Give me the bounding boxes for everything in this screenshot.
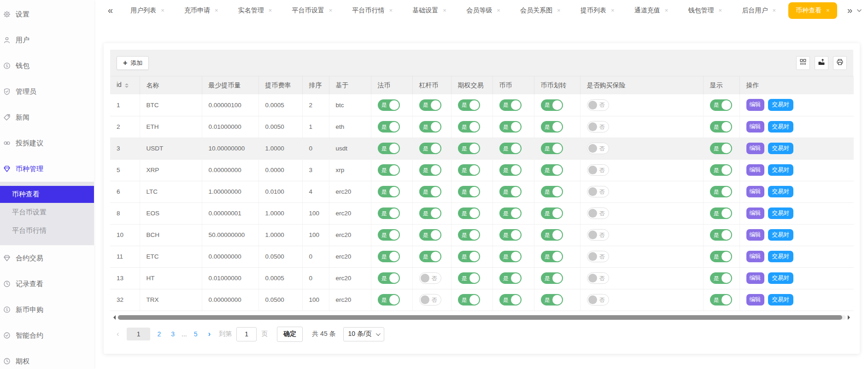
toggle-visible-on[interactable]: 是 — [710, 208, 732, 219]
toggle-option_trade-on[interactable]: 是 — [458, 143, 480, 154]
sidebar-item-合约交易[interactable]: 合约交易 — [0, 245, 94, 271]
toggle-transfer-on[interactable]: 是 — [541, 143, 563, 154]
toggle-leverage-on[interactable]: 是 — [419, 143, 441, 154]
edit-button[interactable]: 编辑 — [746, 294, 764, 306]
tab-后台用户[interactable]: 后台用户× — [734, 2, 783, 19]
toggle-spot-on[interactable]: 是 — [499, 208, 522, 219]
toggle-insurance-off[interactable]: 否 — [587, 121, 609, 133]
toggle-insurance-off[interactable]: 否 — [587, 208, 609, 219]
tab-close-icon[interactable]: × — [772, 7, 776, 13]
edit-button[interactable]: 编辑 — [746, 208, 764, 219]
tab-用户列表[interactable]: 用户列表× — [123, 2, 172, 19]
tab-提币列表[interactable]: 提币列表× — [573, 2, 622, 19]
toggle-fiat-on[interactable]: 是 — [378, 272, 400, 284]
edit-button[interactable]: 编辑 — [746, 251, 764, 263]
toggle-spot-on[interactable]: 是 — [499, 272, 522, 284]
toggle-visible-on[interactable]: 是 — [710, 294, 732, 306]
toggle-option_trade-on[interactable]: 是 — [458, 229, 480, 241]
page-next-icon[interactable]: › — [203, 329, 217, 339]
column-header-leverage[interactable]: 杠杆币 — [412, 76, 451, 94]
toggle-visible-on[interactable]: 是 — [710, 251, 732, 262]
sidebar-item-用户[interactable]: 用户 — [0, 27, 94, 53]
toggle-leverage-off[interactable]: 否 — [419, 272, 441, 284]
toggle-insurance-off[interactable]: 否 — [587, 251, 609, 262]
edit-button[interactable]: 编辑 — [746, 186, 764, 198]
sidebar-item-管理员[interactable]: 管理员 — [0, 79, 94, 104]
toggle-fiat-on[interactable]: 是 — [378, 99, 400, 111]
toggle-option_trade-on[interactable]: 是 — [458, 99, 480, 111]
tab-会员等级[interactable]: 会员等级× — [459, 2, 508, 19]
toggle-spot-on[interactable]: 是 — [499, 229, 522, 241]
toggle-leverage-on[interactable]: 是 — [419, 208, 441, 219]
trade-pair-button[interactable]: 交易对 — [768, 208, 794, 219]
toggle-spot-on[interactable]: 是 — [499, 294, 522, 306]
toggle-option_trade-on[interactable]: 是 — [458, 272, 480, 284]
goto-confirm-button[interactable]: 确定 — [277, 327, 303, 342]
tab-close-icon[interactable]: × — [497, 7, 500, 13]
column-header-ops[interactable]: 操作 — [739, 76, 854, 94]
toggle-option_trade-on[interactable]: 是 — [458, 251, 480, 262]
toggle-insurance-off[interactable]: 否 — [587, 186, 609, 197]
columns-button[interactable] — [796, 56, 810, 70]
toggle-spot-on[interactable]: 是 — [499, 121, 522, 133]
toggle-visible-on[interactable]: 是 — [710, 99, 732, 111]
toggle-insurance-off[interactable]: 否 — [587, 99, 609, 111]
toggle-fiat-on[interactable]: 是 — [378, 251, 400, 262]
toggle-fiat-on[interactable]: 是 — [378, 208, 400, 219]
toggle-fiat-on[interactable]: 是 — [378, 121, 400, 133]
toggle-spot-on[interactable]: 是 — [499, 164, 522, 176]
tab-close-icon[interactable]: × — [389, 7, 393, 13]
toggle-visible-on[interactable]: 是 — [710, 121, 732, 133]
toggle-fiat-on[interactable]: 是 — [378, 186, 400, 197]
tab-close-icon[interactable]: × — [215, 7, 218, 13]
trade-pair-button[interactable]: 交易对 — [768, 143, 794, 155]
tabs-scroll-left-icon[interactable]: « — [105, 5, 116, 16]
column-header-option_trade[interactable]: 期权交易 — [451, 76, 493, 94]
trade-pair-button[interactable]: 交易对 — [768, 294, 794, 306]
edit-button[interactable]: 编辑 — [746, 99, 764, 111]
trade-pair-button[interactable]: 交易对 — [768, 121, 794, 133]
edit-button[interactable]: 编辑 — [746, 164, 764, 176]
column-header-insurance[interactable]: 是否购买保险 — [580, 76, 703, 94]
tab-close-icon[interactable]: × — [161, 7, 164, 13]
trade-pair-button[interactable]: 交易对 — [768, 272, 794, 284]
column-header-transfer[interactable]: 币币划转 — [534, 76, 580, 94]
toggle-transfer-on[interactable]: 是 — [541, 186, 563, 197]
column-header-fiat[interactable]: 法币 — [371, 76, 412, 94]
trade-pair-button[interactable]: 交易对 — [768, 251, 794, 263]
sidebar-subitem-平台币设置[interactable]: 平台币设置 — [0, 203, 94, 221]
tab-close-icon[interactable]: × — [611, 7, 615, 13]
toggle-transfer-on[interactable]: 是 — [541, 294, 563, 306]
tab-close-icon[interactable]: × — [443, 7, 446, 13]
page-number-5[interactable]: 5 — [189, 328, 203, 340]
tab-close-icon[interactable]: × — [665, 7, 669, 13]
toggle-spot-on[interactable]: 是 — [499, 186, 522, 197]
toggle-leverage-off[interactable]: 否 — [419, 294, 441, 306]
toggle-fiat-on[interactable]: 是 — [378, 143, 400, 154]
scroll-right-arrow-icon[interactable] — [848, 315, 852, 320]
toggle-visible-on[interactable]: 是 — [710, 229, 732, 241]
sidebar-subitem-平台币行情[interactable]: 平台币行情 — [0, 221, 94, 240]
sidebar-item-记录查看[interactable]: 记录查看 — [0, 271, 94, 297]
tabbar-dropdown-icon[interactable] — [855, 7, 863, 14]
column-header-sort[interactable]: 排序 — [302, 76, 329, 94]
toggle-visible-on[interactable]: 是 — [710, 186, 732, 197]
toggle-transfer-on[interactable]: 是 — [541, 272, 563, 284]
toggle-transfer-on[interactable]: 是 — [541, 164, 563, 176]
column-header-name[interactable]: 名称 — [140, 76, 202, 94]
tab-币种查看[interactable]: 币种查看× — [788, 2, 837, 19]
column-header-id[interactable]: id — [110, 76, 140, 94]
sidebar-item-期权[interactable]: 期权 — [0, 348, 94, 369]
scrollbar-track[interactable] — [117, 315, 846, 320]
trade-pair-button[interactable]: 交易对 — [768, 229, 794, 241]
toggle-insurance-off[interactable]: 否 — [587, 294, 609, 306]
tab-实名管理[interactable]: 实名管理× — [231, 2, 280, 19]
toggle-option_trade-on[interactable]: 是 — [458, 208, 480, 219]
column-header-base[interactable]: 基于 — [329, 76, 371, 94]
trade-pair-button[interactable]: 交易对 — [768, 186, 794, 198]
tab-基础设置[interactable]: 基础设置× — [405, 2, 454, 19]
tab-close-icon[interactable]: × — [269, 7, 272, 13]
toggle-transfer-on[interactable]: 是 — [541, 208, 563, 219]
tab-平台币设置[interactable]: 平台币设置× — [285, 2, 340, 19]
tab-close-icon[interactable]: × — [329, 7, 333, 13]
